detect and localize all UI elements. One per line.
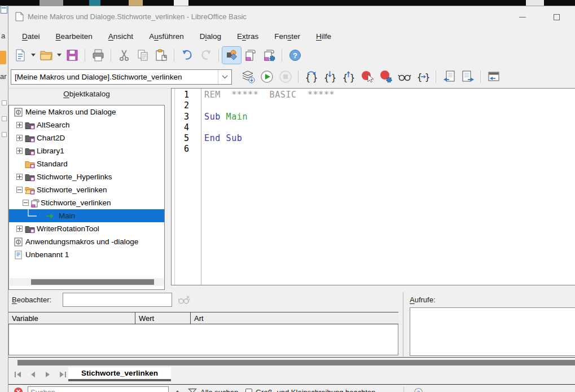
tree-item-main[interactable]: Main	[9, 209, 164, 222]
tree-item-standard[interactable]: Standard	[9, 157, 164, 170]
search-input[interactable]	[28, 386, 169, 392]
last-tab-button[interactable]	[57, 370, 67, 379]
compile-button[interactable]	[239, 68, 257, 85]
menu-ausf-hren[interactable]: Ausführen	[141, 29, 192, 43]
horizontal-scrollbar[interactable]	[8, 359, 575, 366]
watch-column-art[interactable]: Art	[190, 312, 398, 324]
dock-window-button[interactable]	[484, 68, 503, 85]
tree-item-chart2d[interactable]: Chart2D	[9, 131, 164, 144]
cut-button[interactable]	[115, 47, 133, 64]
menu-extras[interactable]: Extras	[229, 29, 266, 43]
step-out-button[interactable]: {}	[339, 68, 358, 85]
tree-item-stichworte-verlinken[interactable]: Stichworte_verlinken	[9, 183, 164, 196]
paste-button[interactable]	[152, 47, 170, 64]
tab-stichworte-verlinken[interactable]: Stichworte_verlinken	[68, 367, 171, 381]
findbar-separator	[403, 387, 404, 392]
open-document-button[interactable]	[37, 47, 55, 64]
scrollbar-thumb[interactable]	[17, 360, 575, 365]
menu-dialog[interactable]: Dialog	[192, 29, 229, 43]
code-line: REM ***** BASIC *****	[204, 90, 575, 100]
library-selector[interactable]: [Meine Makros und Dialoge].Stichworte_ve…	[11, 69, 232, 85]
previous-tab-button[interactable]	[28, 370, 38, 379]
maximize-button[interactable]	[543, 6, 569, 28]
manage-breakpoints-button[interactable]	[376, 68, 395, 85]
close-icon	[14, 387, 23, 392]
step-into-button[interactable]: {}	[321, 68, 339, 85]
match-case-label[interactable]: Groß- und Kleinschreibung beachten	[256, 388, 375, 392]
tree-item-unbenannt-1[interactable]: Unbenannt 1	[9, 248, 164, 261]
first-tab-button[interactable]	[13, 370, 23, 379]
tree-item-meine-makros-und-dialoge[interactable]: Meine Makros und Dialoge	[9, 105, 164, 118]
search-up-button[interactable]	[173, 387, 182, 392]
expand-icon[interactable]	[16, 226, 23, 232]
object-catalog-title: Objektkatalog	[8, 90, 165, 98]
watch-column-wert[interactable]: Wert	[135, 312, 190, 324]
line-number: 3	[184, 112, 201, 122]
extended-search-button[interactable]: a	[414, 387, 423, 392]
watch-table-body[interactable]	[8, 324, 398, 355]
collapse-icon[interactable]	[23, 200, 29, 206]
library-selector-dropdown[interactable]	[218, 70, 231, 84]
tree-item-altsearch[interactable]: AltSearch	[9, 118, 164, 131]
enable-watch-button[interactable]	[395, 68, 414, 85]
letter-a-icon: a	[414, 387, 423, 392]
select-mode-button[interactable]	[222, 47, 241, 64]
organize-modules-button[interactable]	[260, 47, 278, 64]
expand-icon[interactable]	[16, 174, 23, 180]
copy-button[interactable]	[133, 47, 152, 64]
open-document-dropdown-arrow[interactable]	[55, 47, 63, 64]
menu-bearbeiten[interactable]: Bearbeiten	[48, 29, 100, 43]
scrollbar-thumb[interactable]	[31, 279, 154, 285]
expand-icon[interactable]	[16, 135, 23, 141]
tree-item-library1[interactable]: Library1	[9, 144, 164, 157]
minimize-button[interactable]	[510, 6, 536, 28]
search-history-dropdown[interactable]	[159, 389, 164, 392]
find-all-button[interactable]: Alle suchen	[200, 388, 238, 392]
import-basic-button[interactable]	[440, 68, 458, 85]
folder-open-icon	[25, 186, 35, 197]
next-tab-button[interactable]	[42, 370, 52, 379]
menu-datei[interactable]: Datei	[14, 29, 48, 43]
tab-label: Stichworte_verlinken	[81, 369, 158, 377]
expand-icon[interactable]	[16, 148, 23, 154]
title-bar[interactable]: Meine Makros und Dialoge.Stichworte_verl…	[8, 6, 575, 28]
tree-item-anwendungsmakros-und-dialoge[interactable]: Anwendungsmakros und -dialoge	[9, 235, 164, 248]
calls-list[interactable]	[410, 307, 575, 356]
print-button[interactable]	[89, 47, 107, 64]
select-mode-icon	[225, 49, 239, 62]
expand-icon[interactable]	[16, 122, 23, 128]
save-button[interactable]	[63, 47, 81, 64]
new-document-dropdown-arrow[interactable]	[29, 47, 37, 64]
save-icon	[65, 49, 79, 62]
close-find-button[interactable]	[14, 387, 23, 392]
help-button[interactable]: ?	[286, 47, 304, 64]
tree-item-writerrotationtool[interactable]: WriterRotationTool	[9, 222, 164, 235]
tree-item-stichworte-hyperlinks[interactable]: Stichworte_Hyperlinks	[9, 170, 164, 183]
library-icon	[14, 108, 24, 117]
code-area[interactable]: REM ***** BASIC *****Sub MainEnd Sub	[201, 89, 575, 285]
run-button[interactable]	[257, 68, 276, 85]
redo-button[interactable]	[196, 47, 215, 64]
menu-fenster[interactable]: Fenster	[266, 29, 308, 43]
watch-input[interactable]	[63, 293, 172, 307]
menu-ansicht[interactable]: Ansicht	[100, 29, 141, 43]
stop-button[interactable]	[276, 68, 295, 85]
goto-bracket-button[interactable]: {}	[414, 68, 432, 85]
export-basic-button[interactable]	[458, 68, 477, 85]
code-editor[interactable]: 123456 REM ***** BASIC *****Sub MainEnd …	[171, 88, 575, 285]
collapse-icon[interactable]	[16, 187, 23, 193]
panel-divider[interactable]	[403, 292, 403, 356]
toggle-breakpoint-button[interactable]	[358, 68, 376, 85]
step-over-button[interactable]: {}	[302, 68, 321, 85]
remove-watch-button[interactable]	[178, 294, 190, 308]
manage-breakpoints-icon	[379, 70, 393, 83]
background-expander	[2, 100, 7, 105]
new-document-button[interactable]	[11, 47, 29, 64]
undo-button[interactable]	[178, 47, 196, 64]
tree-horizontal-scrollbar[interactable]	[10, 278, 164, 286]
menu-hilfe[interactable]: Hilfe	[308, 29, 339, 43]
insert-basic-module-button[interactable]	[241, 47, 260, 64]
watch-column-variable[interactable]: Variable	[8, 312, 135, 324]
match-case-checkbox[interactable]	[245, 389, 252, 392]
tree-item-stichworte-verlinken[interactable]: Stichworte_verlinken	[9, 196, 164, 209]
